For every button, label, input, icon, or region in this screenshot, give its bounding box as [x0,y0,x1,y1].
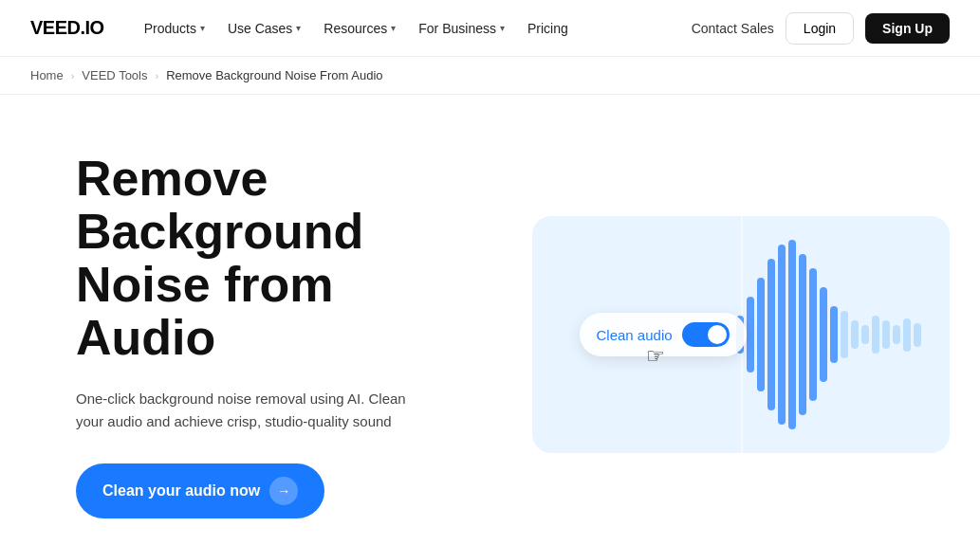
nav-products[interactable]: Products ▾ [135,15,214,42]
breadcrumb-home[interactable]: Home [30,68,64,82]
wave-bar [778,245,786,425]
cta-label: Clean your audio now [102,482,260,500]
login-button[interactable]: Login [786,12,854,45]
wave-bar [830,306,838,363]
site-logo[interactable]: VEED.IO [30,17,104,39]
wave-bar [788,240,796,429]
nav-for-business[interactable]: For Business ▾ [409,15,514,42]
contact-sales-link[interactable]: Contact Sales [692,21,774,36]
chevron-down-icon: ▾ [200,23,205,33]
cta-button[interactable]: Clean your audio now → [76,463,324,518]
wave-bar [809,268,817,401]
wave-bar [893,325,900,344]
wave-bar [757,278,765,391]
wave-bar [861,325,869,344]
wave-bar [799,254,806,415]
wave-bar [903,318,911,352]
wave-bar [914,323,921,347]
breadcrumb: Home › VEED Tools › Remove Background No… [0,57,980,95]
nav-pricing[interactable]: Pricing [518,15,578,42]
wave-bar [851,320,859,349]
nav-right: Contact Sales Login Sign Up [692,12,950,45]
breadcrumb-tools[interactable]: VEED Tools [82,68,147,82]
hero-section: Remove Background Noise from Audio One-c… [0,95,980,545]
arrow-icon: → [269,477,298,505]
wave-bar [820,287,827,382]
navbar: VEED.IO Products ▾ Use Cases ▾ Resources… [0,0,980,57]
chevron-down-icon: ▾ [500,23,505,33]
nav-use-cases[interactable]: Use Cases ▾ [218,15,310,42]
toggle-switch[interactable] [682,322,730,347]
clean-audio-label: Clean audio [597,327,673,343]
wave-bar [872,316,879,354]
breadcrumb-separator-2: › [156,70,159,82]
hero-left: Remove Background Noise from Audio One-c… [76,152,474,518]
nav-links: Products ▾ Use Cases ▾ Resources ▾ For B… [135,15,692,42]
wave-bar [767,259,775,410]
breadcrumb-current: Remove Background Noise From Audio [166,68,382,82]
waveform [727,216,931,453]
signup-button[interactable]: Sign Up [865,13,950,44]
wave-bar [882,320,890,349]
nav-resources[interactable]: Resources ▾ [314,15,405,42]
chevron-down-icon: ▾ [391,23,396,33]
hero-description: One-click background noise removal using… [76,388,417,433]
wave-bar [841,311,848,358]
hero-title: Remove Background Noise from Audio [76,152,474,365]
toggle-knob [708,325,727,344]
hero-right: Clean audio ☞ [531,216,950,453]
wave-bar [747,297,754,372]
breadcrumb-separator-1: › [71,70,75,82]
audio-illustration: Clean audio ☞ [532,216,950,453]
cursor-icon: ☞ [646,344,665,369]
chevron-down-icon: ▾ [296,23,301,33]
